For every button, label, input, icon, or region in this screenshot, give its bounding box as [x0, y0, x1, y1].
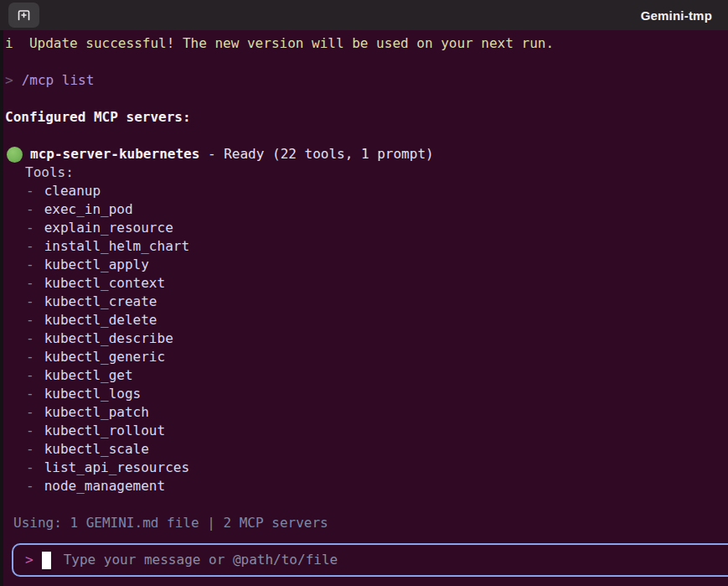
- server-status-text: - Ready (22 tools, 1 prompt): [199, 145, 433, 163]
- terminal-screen[interactable]: i Update successful! The new version wil…: [0, 30, 728, 586]
- input-prompt-symbol: >: [25, 551, 34, 569]
- tool-name: kubectl_rollout: [44, 423, 166, 438]
- window-title: Gemini-tmp: [39, 8, 712, 23]
- tool-list-item: -kubectl_create: [5, 293, 728, 311]
- tool-name: kubectl_apply: [44, 257, 149, 272]
- blank-line: [5, 90, 728, 108]
- tool-bullet: -: [26, 257, 34, 272]
- tool-list-item: -kubectl_patch: [5, 403, 728, 422]
- update-notice: i Update successful! The new version wil…: [5, 34, 728, 53]
- tools-label: Tools:: [5, 163, 728, 182]
- tool-bullet: -: [26, 478, 34, 494]
- tools-list: -cleanup-exec_in_pod-explain_resource-in…: [5, 182, 728, 495]
- tool-name: exec_in_pod: [44, 201, 133, 217]
- tool-list-item: -kubectl_scale: [5, 440, 728, 459]
- command-text: /mcp list: [22, 72, 95, 88]
- new-tab-icon: [17, 8, 31, 22]
- tool-bullet: -: [26, 201, 34, 217]
- tool-bullet: -: [26, 238, 34, 254]
- server-status-line: mcp-server-kubernetes - Ready (22 tools,…: [5, 145, 728, 163]
- command-line: >/mcp list: [5, 71, 728, 90]
- input-placeholder: Type your message or @path/to/file: [64, 551, 338, 569]
- tool-bullet: -: [26, 293, 34, 309]
- tool-name: kubectl_patch: [44, 404, 149, 420]
- tool-bullet: -: [26, 312, 34, 328]
- tool-name: explain_resource: [44, 220, 173, 236]
- tool-list-item: -install_helm_chart: [5, 237, 728, 256]
- tool-bullet: -: [26, 367, 34, 383]
- tool-name: list_api_resources: [44, 459, 189, 475]
- tool-list-item: -exec_in_pod: [5, 200, 728, 219]
- servers-heading: Configured MCP servers:: [5, 108, 728, 127]
- blank-line: [5, 495, 728, 514]
- text-cursor: [42, 552, 51, 569]
- tool-list-item: -kubectl_logs: [5, 385, 728, 403]
- titlebar: Gemini-tmp: [0, 0, 728, 30]
- server-ready-status-icon: [7, 147, 23, 163]
- tool-list-item: -explain_resource: [5, 219, 728, 237]
- tool-name: kubectl_scale: [44, 441, 149, 457]
- tool-list-item: -node_management: [5, 477, 728, 495]
- context-summary: Using: 1 GEMINI.md file | 2 MCP servers: [5, 514, 728, 532]
- tool-name: kubectl_generic: [44, 349, 166, 365]
- tool-bullet: -: [26, 220, 34, 236]
- tool-bullet: -: [26, 386, 34, 402]
- tool-list-item: -list_api_resources: [5, 459, 728, 477]
- tool-list-item: -kubectl_generic: [5, 348, 728, 366]
- tool-bullet: -: [26, 349, 34, 365]
- message-input-box[interactable]: > Type your message or @path/to/file: [12, 543, 728, 577]
- blank-line: [5, 127, 728, 145]
- tool-bullet: -: [26, 275, 34, 291]
- tool-bullet: -: [26, 183, 34, 199]
- tool-bullet: -: [26, 423, 34, 438]
- tool-name: node_management: [44, 478, 166, 494]
- tool-list-item: -kubectl_context: [5, 274, 728, 293]
- tool-name: kubectl_describe: [44, 330, 173, 346]
- tool-name: cleanup: [44, 183, 101, 199]
- new-tab-button[interactable]: [8, 3, 39, 28]
- tool-bullet: -: [26, 441, 34, 457]
- tool-name: install_helm_chart: [44, 238, 189, 254]
- tool-list-item: -kubectl_delete: [5, 311, 728, 329]
- tool-name: kubectl_context: [44, 275, 166, 291]
- tool-bullet: -: [26, 404, 34, 420]
- tool-list-item: -kubectl_apply: [5, 256, 728, 274]
- tool-list-item: -kubectl_get: [5, 366, 728, 385]
- terminal-window: Gemini-tmp i Update successful! The new …: [0, 0, 728, 586]
- tool-name: kubectl_delete: [44, 312, 157, 328]
- tool-list-item: -kubectl_describe: [5, 329, 728, 348]
- prompt-symbol: >: [5, 72, 13, 88]
- tool-list-item: -cleanup: [5, 182, 728, 200]
- tool-name: kubectl_create: [44, 293, 157, 309]
- blank-line: [5, 53, 728, 71]
- tool-bullet: -: [26, 459, 34, 475]
- window-edge: [0, 30, 3, 586]
- tool-name: kubectl_logs: [44, 386, 142, 402]
- server-name: mcp-server-kubernetes: [30, 145, 199, 163]
- tool-name: kubectl_get: [44, 367, 133, 383]
- tool-bullet: -: [26, 330, 34, 346]
- tool-list-item: -kubectl_rollout: [5, 422, 728, 440]
